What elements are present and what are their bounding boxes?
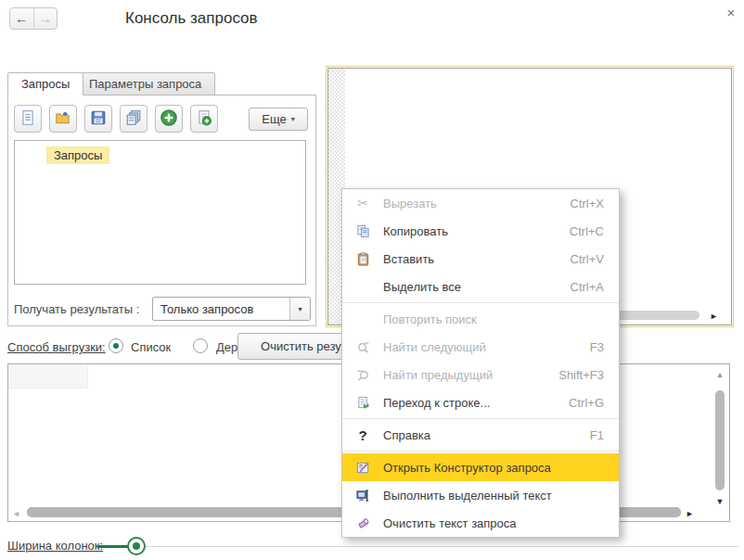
document-add-icon — [196, 109, 212, 129]
radio-selected-dot — [113, 343, 119, 349]
slider-thumb-dot — [133, 542, 140, 550]
tree-item-queries-root[interactable]: Запросы — [46, 146, 109, 164]
page-title: Консоль запросов — [125, 9, 258, 28]
fetch-results-combobox[interactable]: Только запросов ▾ — [152, 297, 311, 321]
open-folder-icon — [55, 109, 71, 129]
save-icon — [90, 109, 107, 129]
eraser-icon — [353, 516, 372, 530]
help-icon: ? — [353, 427, 372, 443]
run-selected-text-icon — [353, 489, 372, 503]
export-mode-label[interactable]: Способ выгрузки: — [7, 340, 106, 354]
combo-dropdown-button[interactable]: ▾ — [289, 298, 310, 320]
column-width-slider-thumb[interactable] — [127, 537, 146, 555]
find-next-icon — [353, 340, 372, 354]
more-button-label: Еще — [262, 112, 286, 126]
goto-line-icon — [353, 396, 372, 410]
find-previous-icon — [353, 368, 372, 382]
scroll-down-arrow-icon[interactable]: ▼ — [713, 497, 726, 506]
add-query-button[interactable] — [155, 105, 183, 133]
chevron-down-icon: ▾ — [298, 305, 301, 313]
menu-item-open-query-builder[interactable]: Открыть Конструктор запроса — [342, 453, 619, 481]
menu-item-cut: ✂ Вырезать Ctrl+X — [342, 189, 619, 217]
menu-item-run-selected-text[interactable]: Выполнить выделенный текст — [342, 481, 619, 509]
copy-documents-icon — [125, 109, 142, 129]
menu-item-repeat-search: Повторить поиск — [342, 305, 619, 333]
scroll-up-arrow-icon[interactable]: ▲ — [713, 370, 726, 379]
menu-separator — [342, 451, 619, 452]
editor-context-menu: ✂ Вырезать Ctrl+X Копировать Ctrl+C Вста… — [341, 188, 620, 538]
menu-item-select-all[interactable]: Выделить все Ctrl+A — [342, 273, 619, 300]
forward-button[interactable]: → — [34, 8, 58, 29]
menu-item-find-previous: Найти предыдущий Shift+F3 — [342, 361, 619, 388]
more-button[interactable]: Еще▾ — [249, 108, 308, 131]
column-width-label[interactable]: Ширина колонок: — [7, 539, 103, 553]
open-query-button[interactable] — [49, 105, 77, 133]
add-query-from-file-button[interactable] — [190, 105, 218, 133]
add-circle-icon — [160, 108, 178, 130]
slider-track[interactable] — [145, 546, 738, 547]
back-button[interactable]: ← — [10, 8, 34, 29]
chevron-down-icon: ▾ — [291, 115, 295, 123]
menu-separator — [342, 302, 619, 303]
save-button[interactable] — [84, 105, 112, 133]
menu-item-paste[interactable]: Вставить Ctrl+V — [342, 245, 619, 273]
query-builder-icon — [353, 461, 372, 475]
radio-tree[interactable] — [193, 338, 208, 353]
menu-item-help[interactable]: ? Справка F1 — [342, 421, 619, 449]
menu-item-copy[interactable]: Копировать Ctrl+C — [342, 217, 619, 245]
fetch-results-label: Получать результаты : — [14, 302, 139, 316]
radio-list-label[interactable]: Список — [131, 340, 171, 354]
new-document-icon — [19, 109, 36, 129]
radio-list[interactable] — [109, 338, 123, 353]
paste-icon — [353, 252, 372, 266]
scrollbar-thumb[interactable] — [715, 390, 725, 490]
menu-item-goto-line[interactable]: Переход к строке... Ctrl+G — [342, 388, 619, 416]
tab-query-parameters[interactable]: Параметры запроса — [75, 72, 215, 95]
fetch-results-value: Только запросов — [153, 302, 289, 316]
history-nav: ← → — [9, 7, 58, 30]
new-query-button[interactable] — [14, 105, 42, 133]
scroll-right-arrow-icon[interactable]: ► — [710, 312, 718, 321]
tab-queries[interactable]: Запросы — [7, 72, 83, 95]
scroll-right-arrow-icon[interactable]: ► — [686, 509, 694, 518]
result-table-header-cell — [8, 364, 88, 388]
menu-item-find-next: Найти следующий F3 — [342, 333, 619, 361]
scissors-icon: ✂ — [353, 196, 372, 210]
scroll-left-arrow-icon[interactable]: ◄ — [12, 509, 20, 518]
menu-separator — [342, 418, 619, 419]
close-icon[interactable]: × — [723, 5, 739, 21]
menu-item-clear-query-text[interactable]: Очистить текст запроса — [342, 509, 619, 537]
result-vertical-scrollbar[interactable]: ▲ ▼ — [713, 370, 726, 506]
queries-panel: Еще▾ Запросы Получать результаты : Тольк… — [7, 95, 316, 326]
copy-icon — [353, 224, 372, 238]
save-copy-button[interactable] — [120, 105, 148, 133]
queries-tree: Запросы — [14, 140, 306, 285]
